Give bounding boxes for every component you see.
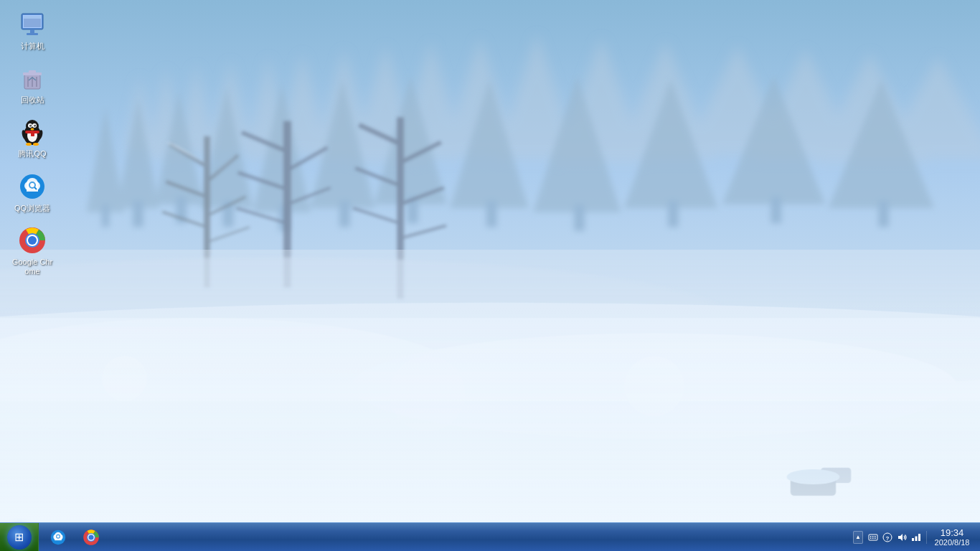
svg-rect-37 [668,201,679,227]
volume-tray-icon[interactable] [896,532,908,543]
svg-rect-35 [574,204,585,231]
svg-point-96 [31,128,34,131]
svg-rect-83 [29,70,36,73]
svg-rect-136 [912,538,914,541]
svg-point-114 [28,236,37,245]
svg-point-98 [33,143,39,146]
svg-rect-79 [27,33,38,35]
svg-rect-130 [870,537,872,539]
svg-marker-135 [898,534,903,541]
svg-rect-137 [915,536,918,541]
computer-icon[interactable]: 计算机 [7,7,57,54]
svg-rect-128 [872,536,874,537]
keyboard-tray-icon[interactable] [867,532,879,543]
svg-point-74 [624,356,684,416]
tray-expand-button[interactable]: ▲ [853,531,863,544]
recycle-bin-icon-img [18,64,47,93]
svg-rect-19 [102,204,110,227]
taskbar-chrome[interactable] [75,524,107,550]
svg-rect-39 [771,197,781,223]
svg-rect-127 [870,536,872,537]
taskbar-qq-browser[interactable] [42,524,74,550]
svg-rect-41 [878,201,889,227]
svg-rect-132 [875,537,876,539]
qq-browser-icon[interactable]: QQ浏览器 [7,169,57,216]
windows-orb [7,525,32,550]
svg-rect-131 [872,537,874,539]
desktop: 计算机 [0,0,980,551]
network-tray-icon[interactable] [910,532,922,543]
svg-text:?: ? [886,535,890,542]
recycle-bin-icon[interactable]: 回收站 [7,61,57,108]
clock[interactable]: 19:34 2020/8/18 [927,523,977,551]
tencent-qq-icon[interactable]: 腾讯QQ [7,115,57,161]
svg-point-121 [57,535,60,538]
svg-rect-138 [918,534,920,541]
svg-rect-21 [133,201,143,227]
svg-rect-80 [24,16,41,19]
svg-point-71 [787,469,840,484]
svg-rect-68 [0,318,980,431]
google-chrome-icon-img [18,226,47,255]
help-tray-icon[interactable]: ? [882,532,893,543]
svg-point-125 [88,534,93,540]
tencent-qq-label: 腾讯QQ [18,149,46,159]
svg-rect-102 [31,131,34,136]
qq-browser-icon-img [18,172,47,201]
svg-rect-129 [875,536,876,537]
svg-point-94 [29,125,31,126]
svg-point-95 [34,125,35,126]
svg-point-109 [30,183,34,187]
system-tray: ▲ ? [844,523,980,551]
svg-point-97 [26,143,32,146]
google-chrome-label: Google Chrome [10,258,55,276]
svg-point-72 [102,356,147,401]
google-chrome-icon[interactable]: Google Chrome [7,223,57,279]
clock-time: 19:34 [941,527,964,538]
tray-notification-area: ▲ ? [847,531,927,544]
qq-browser-label: QQ浏览器 [14,204,50,213]
svg-point-73 [390,356,465,431]
taskbar-pins [39,523,110,551]
svg-rect-78 [30,29,34,33]
taskbar: ▲ ? [0,522,980,551]
start-button[interactable] [0,523,39,552]
computer-label: 计算机 [21,42,44,51]
tencent-qq-icon-img [18,118,47,146]
svg-rect-126 [869,534,877,540]
svg-rect-33 [486,201,497,227]
clock-date: 2020/8/18 [935,538,970,547]
svg-rect-29 [339,201,350,227]
desktop-icons: 计算机 [7,7,57,279]
computer-icon-img [18,10,47,39]
recycle-bin-label: 回收站 [21,95,44,105]
